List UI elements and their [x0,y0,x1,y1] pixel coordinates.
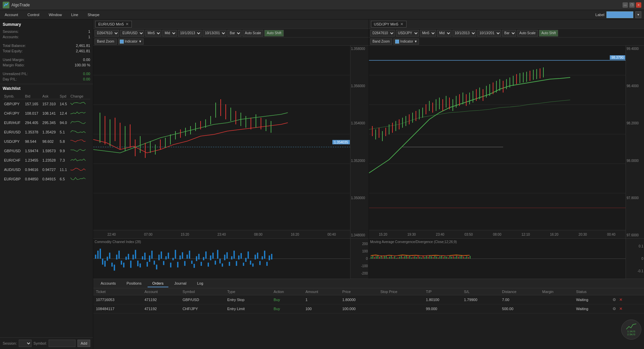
col-margin: Margin [540,288,574,295]
menu-account[interactable]: Account [3,12,20,17]
svg-rect-72 [163,261,164,265]
left-indicator-button[interactable]: Indicator ▼ [118,39,144,45]
left-chart-indicator: Commodity Channel Index (28) [93,238,369,279]
left-dateto-select[interactable]: 10/13/201 [203,30,226,37]
watchlist-sparkline [69,109,90,118]
left-chart-close[interactable]: ✕ [125,22,129,26]
minimize-button[interactable]: — [623,2,628,8]
close-button[interactable]: ✕ [636,2,641,8]
watchlist-row[interactable]: USD/JPY 98.544 98.602 5.8 [3,137,90,146]
left-autoshift-button[interactable]: Auto Shift [264,30,283,37]
order-delete-icon[interactable]: ✕ [618,297,624,302]
watchlist-symbol: EUR/HUF [3,118,23,127]
watchlist-title: Watchlist [3,86,90,91]
label-input[interactable] [606,11,633,18]
order-settings-icon[interactable]: ⚙ [612,297,617,302]
svg-rect-182 [374,257,375,259]
watchlist-symbol: USD/JPY [3,137,23,146]
right-bandzoom-button[interactable]: Band Zoom [370,39,392,45]
right-charttype-select[interactable]: Bar [502,30,516,37]
right-datefrom-select[interactable]: 10/1/2013 [452,30,476,37]
svg-rect-181 [372,256,373,258]
watchlist-ask: 295.345 [41,118,58,127]
watchlist-sparkline [69,165,90,174]
watchlist-row[interactable]: EUR/GBP 0.84850 0.84915 6.5 [3,174,90,184]
right-pricetype-select[interactable]: Mid [437,30,451,37]
right-price-1: 99.4000 [627,47,643,51]
right-dateto-select[interactable]: 10/13/201 [477,30,501,37]
left-price-badge: 1.354035 [332,140,350,144]
order-stop-price [378,304,423,313]
menu-line[interactable]: Line [69,12,80,17]
svg-rect-205 [413,257,414,259]
used-margin-label: Used Margin: [3,58,47,62]
svg-rect-236 [465,257,466,259]
session-select[interactable] [19,340,31,347]
col-price: Price [339,288,378,295]
unrealized-pl-label: Unrealized P/L: [3,72,47,76]
left-pricetype-select[interactable]: Mid [162,30,177,37]
right-indicator-button[interactable]: Indicator ▼ [393,39,419,45]
tab-positions[interactable]: Positions [122,280,146,287]
svg-rect-83 [189,251,190,259]
tab-log[interactable]: Log [193,280,208,287]
order-settings-icon[interactable]: ⚙ [612,306,617,311]
left-datefrom-select[interactable]: 10/1/2013 [178,30,202,37]
right-timeframe-select[interactable]: Min5 [420,30,436,37]
add-button[interactable]: Add [77,340,90,347]
svg-rect-199 [402,257,404,259]
left-bandzoom-button[interactable]: Band Zoom [95,39,117,45]
order-delete-icon[interactable]: ✕ [618,306,624,311]
watchlist-bid: 1.35378 [23,127,41,137]
svg-rect-222 [441,256,442,258]
watchlist-row[interactable]: AUD/USD 0.94616 0.94727 11.1 [3,165,90,174]
left-chart-tab[interactable]: EUR/USD Min5 ✕ [95,21,132,27]
left-timeframe-select[interactable]: Min5 [145,30,161,37]
right-chart-close[interactable]: ✕ [400,22,404,26]
watchlist-row[interactable]: EUR/USD 1.35378 1.35429 5.1 [3,127,90,137]
watchlist-row[interactable]: EUR/HUF 294.405 295.345 94.0 [3,118,90,127]
bottom-tabs: Accounts Positions Orders Journal Log [93,279,644,288]
left-charttype-select[interactable]: Bar [227,30,241,37]
tab-accounts[interactable]: Accounts [96,280,120,287]
svg-rect-116 [266,262,268,266]
order-tp: 1.80100 [423,295,462,304]
svg-rect-100 [229,262,230,266]
session-label: Session: [3,341,17,345]
restore-button[interactable]: ❐ [629,2,635,8]
label-dropdown-button[interactable]: ▼ [635,11,641,18]
svg-rect-209 [419,257,420,259]
svg-rect-88 [201,262,202,266]
col-spd: Spd [58,94,69,99]
right-time-7: 16:20 [550,233,558,236]
right-symbol-select[interactable]: USD/JPY [396,30,419,37]
tab-journal[interactable]: Journal [170,280,191,287]
order-action: Buy [271,304,303,313]
watchlist-row[interactable]: CHF/JPY 108.017 108.141 12.4 [3,109,90,118]
right-autoshift-button[interactable]: Auto Shift [539,30,558,37]
svg-rect-46 [102,259,103,265]
watchlist-row[interactable]: GBP/JPY 157.165 157.310 14.5 [3,99,90,109]
right-chart-tab[interactable]: USD/JPY Min5 ✕ [371,21,407,27]
svg-rect-196 [397,257,398,259]
menu-sharpe[interactable]: Sharpe [86,12,101,17]
right-autoscale-button[interactable]: Auto Scale [517,30,538,37]
svg-rect-230 [454,257,455,259]
watchlist-row[interactable]: EUR/CHF 1.23455 1.23528 7.3 [3,156,90,165]
svg-rect-189 [386,255,387,259]
menu-control[interactable]: Control [25,12,41,17]
left-autoscale-button[interactable]: Auto Scale [243,30,263,37]
watchlist-spd: 11.1 [58,165,69,174]
left-symbol-select[interactable]: EUR/USD [120,30,144,37]
menu-window[interactable]: Window [47,12,64,17]
right-price-5: 97.8000 [627,196,643,200]
table-row[interactable]: 107716053 471192 GBP/USD Entry Stop Buy … [93,295,644,304]
sidebar: Summary Sessions: 1 Accounts: 1 Total Ba… [0,19,93,349]
table-row[interactable]: 108484117 471192 CHF/JPY Entry Limit Buy… [93,304,644,313]
right-account-select[interactable]: D2647610 [370,30,395,37]
left-account-select[interactable]: D2647610 [95,30,119,37]
symbol-input[interactable] [49,340,75,347]
time-3: 15:20 [181,233,189,236]
watchlist-row[interactable]: GBP/USD 1.59474 1.59573 9.9 [3,146,90,156]
tab-orders[interactable]: Orders [148,280,168,287]
